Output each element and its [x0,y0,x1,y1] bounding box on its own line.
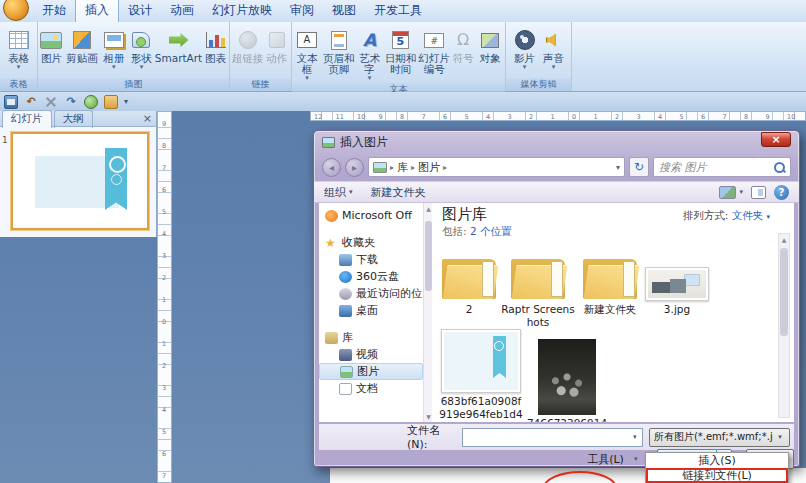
sidebar-item-desktop[interactable]: 桌面 [319,302,423,319]
chart-button[interactable]: 图表 [202,25,229,64]
refresh-icon[interactable]: ↻ [629,157,649,177]
address-bar: ◂ ▸ ▸ 库 ▸ 图片 ▸ ▾ ↻ 搜索 图片 [314,153,799,181]
save-icon[interactable] [4,95,18,109]
slide-number-button[interactable]: # 幻灯片编号 [417,25,451,75]
scroll-up-icon[interactable]: ▲ [779,236,789,243]
v-ruler-number: 4 [162,406,166,414]
sidebar-item-pictures[interactable]: 图片 [319,363,423,380]
tab-review[interactable]: 审阅 [281,0,323,22]
sidebar-item-recent-places[interactable]: 最近访问的位... [319,285,423,302]
breadcrumb-libraries[interactable]: 库 [397,160,408,175]
header-footer-button[interactable]: 页眉和页脚 [322,25,356,75]
sidebar-item-favorites[interactable]: ★ 收藏夹 [319,234,423,251]
file-item[interactable]: 3.jpg [644,237,710,329]
tools-button[interactable]: 工具(L) ▾ [587,452,637,467]
clipart-button[interactable]: 剪贴画 [65,25,99,64]
v-ruler-number: 0 [162,318,166,326]
file-item[interactable]: Raptr Screenshots [500,237,576,329]
breadcrumb-pictures[interactable]: 图片 [418,160,440,175]
close-button[interactable]: × [761,132,791,147]
h-ruler-number: 5 [680,113,684,121]
h-ruler-number: 8 [744,113,748,121]
back-button[interactable]: ◂ [322,158,341,177]
sidebar-item-360-cloud[interactable]: 360云盘 [319,268,423,285]
filetype-dropdown[interactable]: 所有图片(*.emf;*.wmf;*.jpg;*.j ▾ [649,428,790,447]
object-button[interactable]: 对象 [475,25,505,64]
breadcrumb[interactable]: ▸ 库 ▸ 图片 ▸ ▾ [368,157,625,177]
tab-home[interactable]: 开始 [33,0,75,22]
file-list-scrollbar[interactable]: ▲ [778,233,790,418]
undo-icon[interactable]: ↶ [24,95,38,109]
web-icon[interactable] [84,95,98,109]
sidebar-item-microsoft-office[interactable]: Microsoft Off [319,207,423,224]
redo-icon[interactable]: ↷ [64,95,78,109]
scrollbar-thumb[interactable] [425,221,432,291]
smartart-button[interactable]: SmartArt [155,25,202,64]
organize-button[interactable]: 组织 ▾ [324,185,353,200]
tab-outline[interactable]: 大纲 [54,110,93,128]
tab-developer[interactable]: 开发工具 [365,0,431,22]
v-ruler-number: 2 [162,362,166,370]
tab-slides[interactable]: 幻灯片 [2,110,52,128]
powerpoint-window: 开始 插入 设计 动画 幻灯片放映 审阅 视图 开发工具 表格 ▾ 表格 图片 [0,0,806,483]
paste-icon[interactable] [104,95,118,109]
h-ruler-number: 9 [766,113,770,121]
sidebar-item-documents[interactable]: 文档 [319,380,423,397]
h-ruler-number: 10 [787,113,795,121]
menu-item-insert[interactable]: 插入(S) [646,453,788,468]
date-time-button[interactable]: 5 日期和时间 [384,25,418,75]
preview-pane-icon[interactable] [751,186,766,199]
file-item[interactable]: 683bf61a0908f919e964feb1d44c842c.jpg [438,329,524,422]
qat-more-icon[interactable]: ▾ [124,97,128,106]
scrollbar-thumb[interactable] [780,248,788,336]
shapes-button[interactable]: 形状 ▾ [128,25,155,72]
new-folder-button[interactable]: 新建文件夹 [371,185,426,200]
close-panel-icon[interactable]: × [143,112,152,125]
office-button-icon[interactable] [3,0,29,21]
movie-button[interactable]: 影片 ▾ [510,25,540,72]
views-button[interactable]: ▾ [719,186,743,199]
sidebar-item-videos[interactable]: 视频 [319,346,423,363]
sidebar-scrollbar[interactable]: ▲ ▼ [423,203,432,422]
forward-button[interactable]: ▸ [345,158,364,177]
sound-button[interactable]: 声音 ▾ [540,25,568,72]
menu-item-link-to-file[interactable]: 链接到文件(L) [646,468,788,483]
sidebar-item-downloads[interactable]: 下载 [319,251,423,268]
slide-thumbnail[interactable] [11,132,149,230]
filename-input[interactable]: ▾ [462,428,643,447]
file-item[interactable]: 2 [438,237,500,329]
tab-view[interactable]: 视图 [323,0,365,22]
photo-album-button[interactable]: 相册 ▾ [99,25,128,72]
symbol-button: Ω 符号 [451,25,475,64]
star-icon: ★ [325,237,338,249]
textbox-button[interactable]: A 文本框 ▾ [292,25,322,83]
smartart-icon [169,33,189,47]
photo-album-icon [104,32,124,48]
table-button[interactable]: 表格 ▾ [2,25,36,72]
tab-insert[interactable]: 插入 [75,0,119,22]
arrange-by-control[interactable]: 排列方式: 文件夹 ▾ [683,209,770,223]
cut-icon[interactable] [44,95,58,109]
locations-link[interactable]: 2 个位置 [470,225,512,237]
ribbon-group-links: 超链接 动作 链接 [230,22,292,91]
help-icon[interactable]: ? [774,185,789,200]
v-ruler-number: 5 [162,208,166,216]
search-input[interactable]: 搜索 图片 [653,157,791,177]
wordart-button[interactable]: A 艺术字 ▾ [356,25,384,83]
tab-slideshow[interactable]: 幻灯片放映 [203,0,281,22]
dialog-titlebar[interactable]: 插入图片 [314,131,799,153]
insert-options-menu: 插入(S) 链接到文件(L) [645,452,789,483]
breadcrumb-dropdown-icon[interactable]: ▾ [616,163,620,172]
sidebar-item-libraries[interactable]: 库 [319,329,423,346]
chevron-down-icon: ▾ [140,64,144,72]
tab-animations[interactable]: 动画 [161,0,203,22]
picture-button[interactable]: 图片 [38,25,65,64]
file-item[interactable]: 7466723969148992127.jpg [524,335,610,422]
h-ruler-number: 11 [336,113,344,121]
dialog-toolbar: 组织 ▾ 新建文件夹 ▾ ? [314,181,799,203]
h-ruler-number: 7 [422,113,426,121]
file-item[interactable]: 新建文件夹 [576,237,644,329]
tab-design[interactable]: 设计 [119,0,161,22]
filename-text-input[interactable] [463,430,628,445]
chevron-down-icon[interactable]: ▾ [628,433,642,441]
